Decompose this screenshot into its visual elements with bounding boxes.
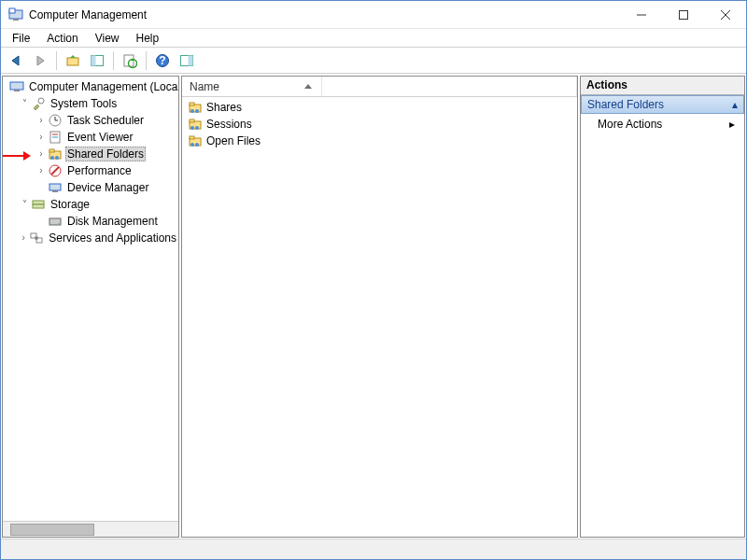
svg-rect-32 (52, 190, 58, 192)
tree-label: Device Manager (65, 181, 150, 194)
show-hide-action-pane-button[interactable] (176, 49, 198, 72)
expand-icon[interactable]: › (35, 149, 48, 159)
svg-point-51 (190, 143, 194, 147)
menu-action[interactable]: Action (39, 31, 85, 46)
tree-root[interactable]: ▾ Computer Management (Local) (3, 78, 178, 95)
svg-point-47 (190, 126, 194, 130)
collapse-icon[interactable]: ˅ (18, 99, 31, 108)
column-name[interactable]: Name (182, 77, 322, 96)
tree-root-label: Computer Management (Local) (27, 80, 178, 93)
up-button[interactable] (62, 49, 84, 72)
shared-folder-icon (188, 133, 203, 148)
status-bar (1, 539, 746, 559)
tree-system-tools[interactable]: ˅ System Tools (3, 95, 178, 112)
svg-rect-1 (13, 19, 19, 21)
computer-icon (9, 79, 24, 94)
actions-body: More Actions ▸ (581, 114, 744, 537)
expand-icon[interactable]: › (35, 166, 48, 175)
list-body[interactable]: Shares Sessions Open Files (182, 97, 577, 537)
svg-rect-9 (92, 55, 96, 65)
storage-icon (31, 197, 46, 212)
window-title: Computer Management (29, 8, 147, 21)
help-button[interactable]: ? (151, 49, 174, 72)
performance-icon (48, 163, 63, 178)
column-headers: Name (182, 77, 577, 97)
list-item-sessions[interactable]: Sessions (182, 116, 577, 133)
tree-device-manager[interactable]: › Device Manager (3, 179, 178, 196)
svg-rect-31 (49, 184, 61, 190)
svg-rect-26 (49, 149, 54, 152)
actions-pane: Actions Shared Folders ▴ More Actions ▸ (580, 76, 745, 538)
svg-point-36 (58, 223, 60, 225)
services-icon (29, 231, 44, 245)
submenu-arrow-icon: ▸ (729, 118, 735, 131)
expand-icon[interactable]: › (18, 233, 29, 243)
event-icon (48, 130, 63, 145)
collapse-icon[interactable]: ˅ (18, 200, 31, 209)
actions-header: Actions (581, 77, 744, 95)
menu-file[interactable]: File (5, 31, 37, 46)
svg-point-43 (190, 109, 194, 113)
list-item-open-files[interactable]: Open Files (182, 133, 577, 149)
show-hide-tree-button[interactable] (86, 49, 108, 72)
tree-shared-folders[interactable]: › Shared Folders (3, 146, 178, 162)
maximize-button[interactable] (662, 1, 704, 28)
toolbar: ? (1, 48, 746, 74)
actions-section[interactable]: Shared Folders ▴ (581, 95, 744, 114)
svg-rect-34 (33, 204, 44, 208)
svg-point-48 (195, 126, 199, 130)
computer-management-window: Computer Management File Action View Hel… (0, 0, 747, 560)
list-item-shares[interactable]: Shares (182, 99, 577, 116)
actions-more[interactable]: More Actions ▸ (581, 114, 744, 134)
scrollbar-thumb[interactable] (10, 524, 94, 536)
menu-help[interactable]: Help (129, 31, 167, 46)
tree-label: Disk Management (65, 215, 160, 228)
svg-rect-50 (190, 136, 194, 139)
shared-folder-icon (188, 117, 203, 132)
svg-point-44 (195, 109, 199, 113)
forward-button[interactable] (29, 49, 51, 72)
tree-disk-management[interactable]: › Disk Management (3, 213, 178, 230)
tree-storage[interactable]: ˅ Storage (3, 196, 178, 213)
collapse-arrow-icon: ▴ (732, 98, 738, 111)
tree-horizontal-scrollbar[interactable] (3, 521, 178, 537)
title-bar[interactable]: Computer Management (1, 1, 746, 29)
tools-icon (31, 96, 46, 111)
tree-services-apps[interactable]: › Services and Applications (3, 230, 178, 246)
content-area: ▾ Computer Management (Local) ˅ System T… (1, 74, 746, 539)
svg-rect-4 (679, 10, 687, 19)
refresh-button[interactable] (119, 49, 141, 72)
actions-more-label: More Actions (598, 118, 662, 131)
tree-pane: ▾ Computer Management (Local) ˅ System T… (2, 76, 179, 538)
console-tree[interactable]: ▾ Computer Management (Local) ˅ System T… (3, 77, 178, 521)
close-button[interactable] (704, 1, 746, 28)
tree-label: Services and Applications (47, 231, 178, 245)
svg-rect-16 (10, 82, 23, 90)
column-empty[interactable] (322, 77, 577, 96)
svg-rect-7 (67, 58, 78, 65)
shared-folder-icon (48, 147, 63, 161)
shared-folder-icon (188, 100, 203, 115)
tree-label: System Tools (49, 97, 119, 110)
list-item-label: Sessions (206, 118, 252, 131)
svg-point-27 (50, 156, 54, 160)
actions-section-label: Shared Folders (587, 98, 664, 111)
menu-bar: File Action View Help (1, 29, 746, 48)
list-item-label: Shares (206, 101, 242, 114)
tree-performance[interactable]: › Performance (3, 162, 178, 179)
minimize-button[interactable] (620, 1, 662, 28)
app-icon (8, 7, 23, 22)
tree-event-viewer[interactable]: › Event Viewer (3, 129, 178, 146)
expand-icon[interactable]: › (35, 133, 48, 142)
tree-task-scheduler[interactable]: › Task Scheduler (3, 112, 178, 129)
svg-rect-46 (190, 119, 194, 122)
svg-rect-17 (14, 90, 20, 91)
toolbar-separator (146, 51, 147, 70)
tree-label: Event Viewer (65, 131, 134, 144)
back-button[interactable] (5, 49, 27, 72)
svg-text:?: ? (159, 54, 165, 67)
column-name-label: Name (190, 80, 219, 93)
expand-icon[interactable]: › (35, 116, 48, 125)
svg-point-39 (35, 236, 38, 240)
menu-view[interactable]: View (88, 31, 127, 46)
